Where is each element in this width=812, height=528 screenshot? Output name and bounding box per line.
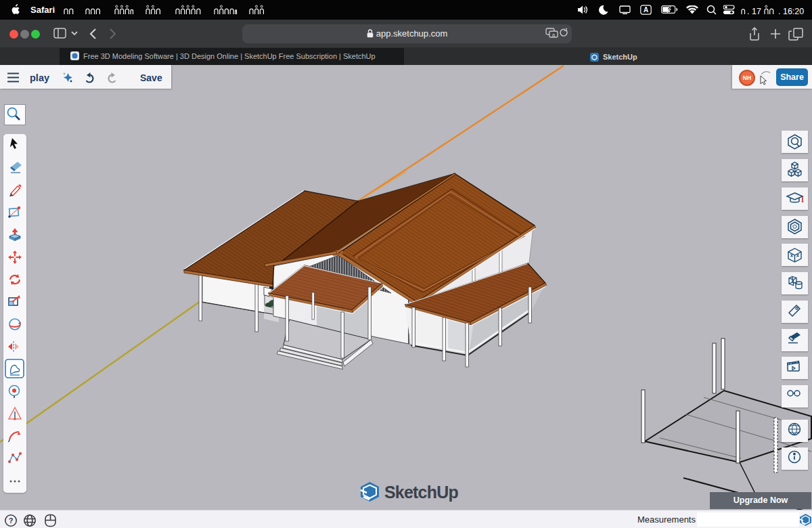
svg-text:Save: Save xyxy=(140,72,162,83)
svg-text:?: ? xyxy=(9,516,14,525)
svg-text:A: A xyxy=(644,6,648,14)
svg-text:. 17: . 17 xyxy=(747,7,761,16)
svg-text:a: a xyxy=(552,32,556,38)
svg-text:. 16:20: . 16:20 xyxy=(778,7,804,16)
svg-text:play: play xyxy=(30,72,49,83)
